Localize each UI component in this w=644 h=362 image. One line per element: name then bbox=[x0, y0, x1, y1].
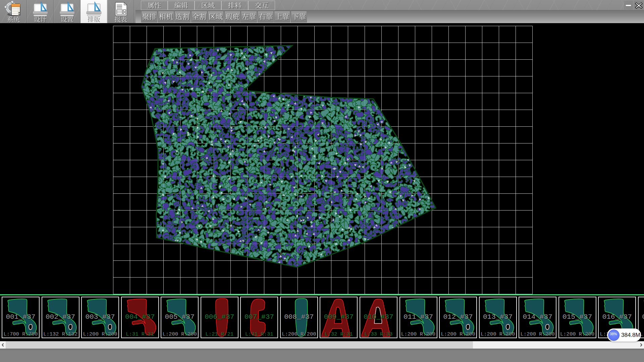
minimize-icon bbox=[624, 1, 633, 10]
piece-counts: L:200 R:200 bbox=[440, 331, 476, 337]
piece-counts: L:31 R:31 bbox=[241, 331, 277, 337]
mode-button-4[interactable] bbox=[80, 0, 107, 23]
piece-id: 014_#37 bbox=[519, 313, 556, 321]
scroll-right-arrow[interactable] bbox=[638, 341, 644, 349]
thumbnail-cell-3[interactable]: 003_#37 L:200 R:200 bbox=[81, 297, 119, 339]
scroll-left-arrow[interactable] bbox=[0, 341, 6, 349]
memory-size-text: 384.8M bbox=[621, 332, 640, 339]
app-window: 001_#37 L:700 R:700 002_#37 L:132 R:132 … bbox=[0, 0, 644, 362]
piece-id: 007_#37 bbox=[241, 313, 277, 321]
action-button-label bbox=[274, 13, 290, 21]
horizontal-scrollbar[interactable] bbox=[0, 341, 644, 349]
action-button-6[interactable] bbox=[224, 11, 240, 22]
mode-button-2[interactable] bbox=[27, 0, 54, 23]
piece-thumbnail-strip: 001_#37 L:700 R:700 002_#37 L:132 R:132 … bbox=[0, 295, 644, 341]
menu-tab-label bbox=[222, 2, 248, 10]
action-button-8[interactable] bbox=[258, 11, 274, 22]
thumbnail-cell-1[interactable]: 001_#37 L:700 R:700 bbox=[2, 297, 40, 339]
piece-counts: L:31 R:31 bbox=[122, 331, 158, 337]
thumbnail-cell-8[interactable]: 008_#37 L:200 R:200 bbox=[280, 297, 318, 339]
thumbnail-cell-2[interactable]: 002_#37 L:132 R:132 bbox=[42, 297, 79, 339]
thumbnail-cell-13[interactable]: 013_#37 L:200 R:200 bbox=[479, 297, 517, 339]
piece-id: 006_#37 bbox=[201, 313, 238, 321]
scrollbar-thumb[interactable] bbox=[6, 341, 473, 349]
action-button-label bbox=[258, 13, 273, 21]
piece-id: 004_#37 bbox=[122, 313, 158, 321]
mode-button-label bbox=[80, 16, 107, 23]
close-icon bbox=[634, 1, 644, 10]
menu-tab-1[interactable] bbox=[141, 1, 168, 10]
thumbnail-cell-10[interactable]: 010_#37 L:33 R:33 bbox=[360, 297, 397, 339]
action-button-2[interactable] bbox=[158, 11, 174, 22]
action-button-3[interactable] bbox=[174, 11, 191, 22]
piece-id: 009_#37 bbox=[320, 313, 357, 321]
mode-button-5[interactable] bbox=[107, 0, 134, 23]
piece-id: 010_#37 bbox=[360, 313, 397, 321]
piece-counts: L:200 R:200 bbox=[559, 331, 596, 337]
piece-id: 013_#37 bbox=[480, 313, 516, 321]
action-button-label bbox=[225, 13, 240, 21]
main-toolbar bbox=[0, 0, 644, 23]
thumbnail-cell-4[interactable]: 004_#37 L:31 R:31 bbox=[121, 297, 159, 339]
action-button-label bbox=[291, 13, 307, 21]
piece-id: 015_#37 bbox=[559, 313, 596, 321]
piece-id: 012_#37 bbox=[440, 313, 476, 321]
thumbnail-cell-14[interactable]: 014_#37 L:200 R:200 bbox=[519, 297, 556, 339]
menu-tab-4[interactable] bbox=[221, 1, 248, 10]
action-button-1[interactable] bbox=[141, 11, 157, 22]
report-doc-icon bbox=[112, 1, 129, 17]
set-square-icon bbox=[85, 1, 103, 17]
button-separator bbox=[134, 0, 134, 23]
status-bar bbox=[0, 349, 644, 362]
action-button-label bbox=[158, 13, 174, 21]
piece-counts: L:200 R:200 bbox=[82, 331, 118, 337]
mode-button-label bbox=[27, 16, 54, 23]
thumbnail-cell-11[interactable]: 011_#37 L:200 R:200 bbox=[399, 297, 437, 339]
piece-counts: L:32 R:31 bbox=[320, 331, 357, 337]
piece-counts: L:200 R:200 bbox=[161, 331, 198, 337]
thumbnail-cell-5[interactable]: 005_#37 L:200 R:200 bbox=[161, 297, 199, 339]
action-button-label bbox=[208, 13, 223, 21]
action-button-5[interactable] bbox=[208, 11, 224, 22]
report-doc-icon bbox=[112, 1, 129, 17]
memory-percent-text: 38% bbox=[607, 332, 620, 336]
thumbnail-cell-7[interactable]: 007_#37 L:31 R:31 bbox=[240, 297, 278, 339]
menu-tab-label bbox=[141, 2, 167, 10]
piece-counts: L:200 R:200 bbox=[400, 331, 437, 337]
piece-id: 005_#37 bbox=[161, 313, 198, 321]
thumbnail-cell-12[interactable]: 012_#37 L:200 R:200 bbox=[439, 297, 477, 339]
piece-counts: L:700 R:700 bbox=[2, 331, 39, 337]
action-button-label bbox=[142, 13, 157, 21]
piece-id: 008_#37 bbox=[281, 313, 317, 321]
piece-counts: L:200 R:200 bbox=[281, 331, 317, 337]
set-square-icon bbox=[32, 1, 49, 17]
thumbnail-cell-6[interactable]: 006_#37 L:21 R:21 bbox=[201, 297, 238, 339]
thumbnail-cell-9[interactable]: 009_#37 L:32 R:31 bbox=[320, 297, 358, 339]
piece-id: 017_#37 bbox=[639, 313, 644, 321]
piece-counts: L:21 R:21 bbox=[201, 331, 238, 337]
close-button[interactable] bbox=[634, 0, 644, 10]
action-button-10[interactable] bbox=[291, 11, 307, 22]
action-button-4[interactable] bbox=[191, 11, 207, 22]
mode-button-label bbox=[0, 16, 27, 23]
set-square-icon bbox=[58, 1, 76, 17]
gear-notebook-icon bbox=[5, 1, 22, 17]
mode-button-3[interactable] bbox=[54, 0, 80, 23]
action-button-9[interactable] bbox=[274, 11, 290, 22]
menu-tab-5[interactable] bbox=[248, 1, 275, 10]
nesting-canvas[interactable] bbox=[0, 23, 644, 295]
action-button-label bbox=[175, 13, 190, 21]
minimize-button[interactable] bbox=[624, 0, 633, 10]
piece-counts: L:200 R:200 bbox=[480, 331, 516, 337]
menu-tab-3[interactable] bbox=[195, 1, 221, 10]
action-button-label bbox=[192, 13, 207, 21]
menu-tab-label bbox=[195, 2, 221, 10]
piece-counts: L:33 R:33 bbox=[360, 331, 397, 337]
action-button-7[interactable] bbox=[241, 11, 257, 22]
menu-tab-label bbox=[249, 2, 275, 10]
set-square-icon bbox=[85, 1, 103, 17]
thumbnail-cell-15[interactable]: 015_#37 L:200 R:200 bbox=[558, 297, 596, 339]
memory-overlay[interactable]: 38% 384.8M bbox=[607, 328, 641, 342]
menu-tab-2[interactable] bbox=[168, 1, 195, 10]
mode-button-1[interactable] bbox=[0, 0, 27, 23]
